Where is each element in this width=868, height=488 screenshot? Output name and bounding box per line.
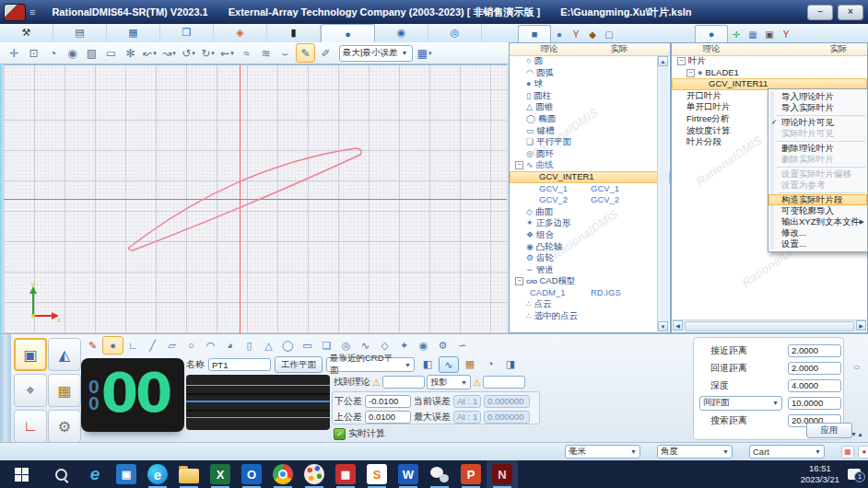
graphics-viewport[interactable]: Y x [4, 64, 507, 333]
surface-icon[interactable]: ◇ [375, 337, 394, 354]
tree-row[interactable]: ∴点云 [510, 298, 670, 310]
slot-icon[interactable]: ▭ [298, 337, 317, 354]
tree-row[interactable]: ◉凸轮轴 [510, 241, 670, 253]
settings-icon[interactable] [854, 366, 860, 369]
circle-icon[interactable]: ○ [182, 337, 201, 354]
cylinder-icon[interactable]: ▯ [240, 337, 259, 354]
context-menu-item[interactable]: 导入理论叶片 [768, 91, 867, 102]
blade-panel-hscrollbar[interactable]: ◀ ▶ [673, 320, 866, 331]
tree-row[interactable]: GCV_2 GCV_2 [510, 194, 670, 206]
minimize-button[interactable]: – [807, 5, 833, 20]
unit-dropdown[interactable]: 毫米 ▼ [565, 445, 640, 459]
dock-splitter[interactable] [0, 334, 11, 443]
found-theory-input[interactable] [382, 376, 425, 389]
spacing-input[interactable] [788, 397, 841, 410]
taskbar-clock[interactable]: 16:51 2023/3/21 [801, 463, 839, 485]
geometry-scrollbar[interactable]: ▲ ▼ [657, 56, 669, 331]
approach-input[interactable] [788, 344, 841, 357]
start-button[interactable] [0, 460, 42, 488]
tree-row[interactable]: GCV_1 GCV_1 [510, 183, 670, 195]
taskbar-word[interactable]: W [393, 460, 424, 488]
parallel-planes-icon[interactable]: ❏ [317, 337, 336, 354]
theory-column-header[interactable]: 理论 [672, 43, 751, 55]
tree-row[interactable]: −∿曲线 [510, 159, 670, 171]
tree-row[interactable]: ▯圆柱 [510, 90, 670, 102]
tree-row[interactable]: ○圆 [510, 55, 670, 67]
context-menu-item[interactable]: 构造实际叶片段 [768, 194, 867, 205]
construct-icon[interactable]: ✎ [83, 337, 102, 354]
sphere-icon[interactable]: ◕ [220, 337, 240, 354]
tab-sphere-view[interactable]: ● [551, 26, 568, 42]
tab-shield[interactable]: ◆ [584, 26, 601, 42]
scroll-up-icon[interactable]: ▲ [658, 56, 668, 66]
arc-fit-icon[interactable]: ⌣ [276, 44, 294, 62]
tree-row[interactable]: ⚙齿轮 [510, 252, 670, 264]
wave-fit-icon[interactable]: ≋ [257, 44, 275, 62]
close-button[interactable]: × [838, 5, 863, 20]
tree-row[interactable]: ◯椭圆 [510, 113, 670, 125]
probe-setup-button[interactable]: ▣ [14, 338, 47, 371]
image-view-icon[interactable]: ▧ [83, 44, 100, 62]
probe-touch-icon[interactable]: ↝ ▾ [160, 44, 178, 62]
tree-row[interactable]: GCV_INTER1 [510, 171, 670, 183]
tab-graphics[interactable]: ◈ [214, 24, 267, 41]
context-menu-item[interactable]: 导入实际叶片 [768, 102, 867, 113]
tab-layers[interactable]: ❒ [160, 24, 214, 41]
tree-row[interactable]: ◇曲面 [510, 206, 670, 218]
tab-blade[interactable]: ● [695, 25, 728, 42]
context-menu-item[interactable]: 修改... [768, 227, 867, 238]
taskbar-excel[interactable]: X [205, 460, 236, 488]
tab-vision[interactable]: ◉ [375, 24, 428, 41]
probe-scan-icon[interactable]: ↺ ▾ [180, 44, 197, 62]
cam-icon[interactable]: ◉ [414, 337, 433, 354]
projection-input[interactable] [483, 376, 525, 389]
actual-column-header[interactable]: 实际 [589, 43, 650, 55]
pipe-icon[interactable]: ∽ [452, 337, 472, 354]
context-menu-item[interactable]: 输出XYZ到文本文件 ▶ [768, 216, 867, 227]
tree-row[interactable]: ◠圆弧 [510, 67, 670, 79]
depth-input[interactable] [788, 379, 841, 392]
ellipse-icon[interactable]: ◯ [278, 337, 298, 354]
context-menu-item[interactable]: 删除理论叶片 [768, 143, 867, 154]
strip-scroll-icons[interactable]: ▼▲ [850, 431, 863, 437]
report-grid-icon[interactable]: ▦ ▾ [416, 44, 433, 62]
context-menu-item[interactable]: 设置... [768, 238, 867, 250]
tab-geometry[interactable]: ■ [518, 25, 551, 42]
tree-row[interactable]: ❏平行平面 [510, 136, 670, 148]
tab-monitor[interactable]: ▢ [601, 26, 617, 42]
feature-name-input[interactable] [208, 358, 271, 371]
tree-row[interactable]: ✦正多边形 [510, 217, 670, 229]
quick-menu-icon[interactable]: ≡ [29, 6, 35, 17]
taskbar-search[interactable] [42, 460, 79, 488]
measure-tools-button[interactable]: ◭ [48, 338, 81, 371]
taskbar-image-viewer[interactable]: ▦ [330, 460, 361, 488]
scroll-down-icon[interactable]: ▼ [658, 321, 668, 331]
coordinate-button[interactable]: ∟ [14, 410, 47, 443]
grab-icon[interactable]: ◔ [44, 44, 62, 62]
probe-move-icon[interactable]: ↜ ▾ [141, 44, 158, 62]
apply-button[interactable]: 应用 [806, 423, 852, 438]
taskbar-ie[interactable]: e [79, 460, 111, 488]
tab-window[interactable]: ▦ [107, 24, 160, 41]
tab-camera[interactable]: ◎ [428, 24, 482, 41]
plane-icon[interactable]: ▱ [162, 337, 182, 354]
spacing-dropdown[interactable]: 间距面 ▼ [699, 396, 782, 411]
tab-grid[interactable]: ▦ [745, 26, 761, 42]
scroll-right-icon[interactable]: ▶ [856, 320, 866, 331]
lower-tolerance-input[interactable] [365, 395, 411, 408]
tree-row[interactable]: CADM_1 RD.IGS [510, 287, 670, 299]
context-menu-item[interactable]: 设置为参考 [768, 180, 867, 191]
taskbar-chrome[interactable] [267, 460, 299, 488]
ring-icon[interactable]: ◎ [336, 337, 356, 354]
graph-toggle[interactable]: ∿ [439, 356, 459, 373]
error-mode-dropdown[interactable]: 最大|最小误差 ▼ [339, 45, 413, 62]
refresh-probe-icon[interactable]: ✻ [122, 44, 139, 62]
tab-report[interactable]: ▤ [53, 24, 107, 41]
point-icon[interactable]: ● [102, 336, 123, 354]
tree-row[interactable]: −CADCAD模型 [510, 275, 670, 287]
taskbar-explorer[interactable] [173, 460, 205, 488]
line-icon[interactable]: ╱ [143, 337, 162, 354]
taskbar-powerpoint[interactable]: P [455, 460, 487, 488]
crd-plane-dropdown[interactable]: 最靠近的CRD平面 ▼ [326, 357, 415, 372]
cube-toggle[interactable]: ◨ [501, 356, 520, 371]
